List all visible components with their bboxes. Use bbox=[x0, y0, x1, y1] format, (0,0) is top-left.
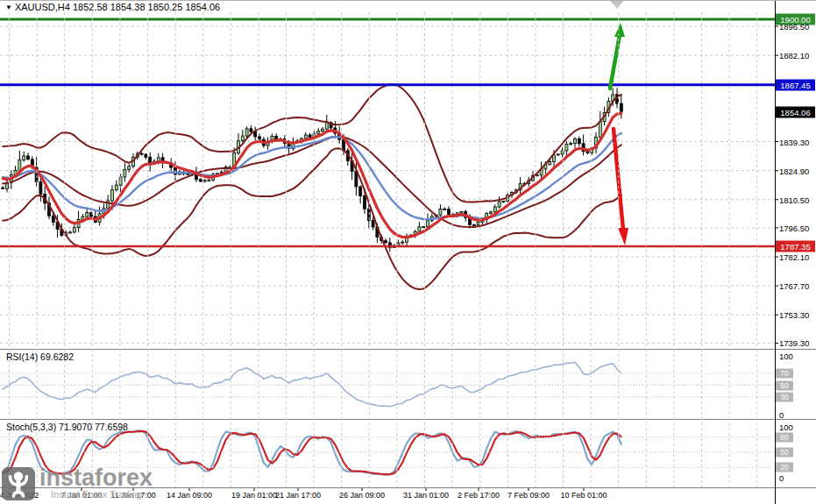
chart-title: ▼XAUUSD,H4 1852.58 1854.38 1850.25 1854.… bbox=[5, 2, 220, 12]
rsi-header: RSI(14) 69.6282 bbox=[6, 351, 74, 362]
watermark-tagline: Instant Forex Trading bbox=[51, 489, 153, 500]
instaforex-watermark: instaforex Instant Forex Trading bbox=[2, 467, 153, 500]
chart-title-text: XAUUSD,H4 1852.58 1854.38 1850.25 1854.0… bbox=[15, 2, 220, 12]
instaforex-logo-icon bbox=[2, 467, 35, 500]
trading-chart-window: ▼XAUUSD,H4 1852.58 1854.38 1850.25 1854.… bbox=[0, 0, 816, 504]
watermark-brand: instaforex bbox=[39, 467, 153, 489]
stoch-header: Stoch(5,3,3) 71.9070 77.6598 bbox=[6, 422, 128, 432]
symbol-dropdown-icon: ▼ bbox=[5, 4, 12, 11]
